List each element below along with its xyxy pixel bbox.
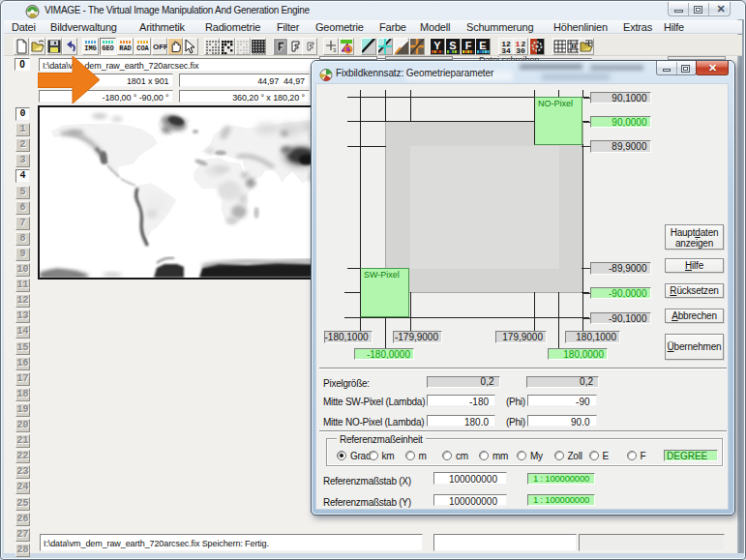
- svg-text:S: S: [449, 40, 456, 51]
- svg-text:34: 34: [501, 46, 511, 54]
- svg-text:30: 30: [516, 46, 525, 54]
- svg-text:3: 3: [333, 47, 337, 53]
- svg-text:Y: Y: [433, 40, 441, 51]
- svg-text:F: F: [465, 40, 472, 51]
- svg-text:E: E: [479, 40, 486, 51]
